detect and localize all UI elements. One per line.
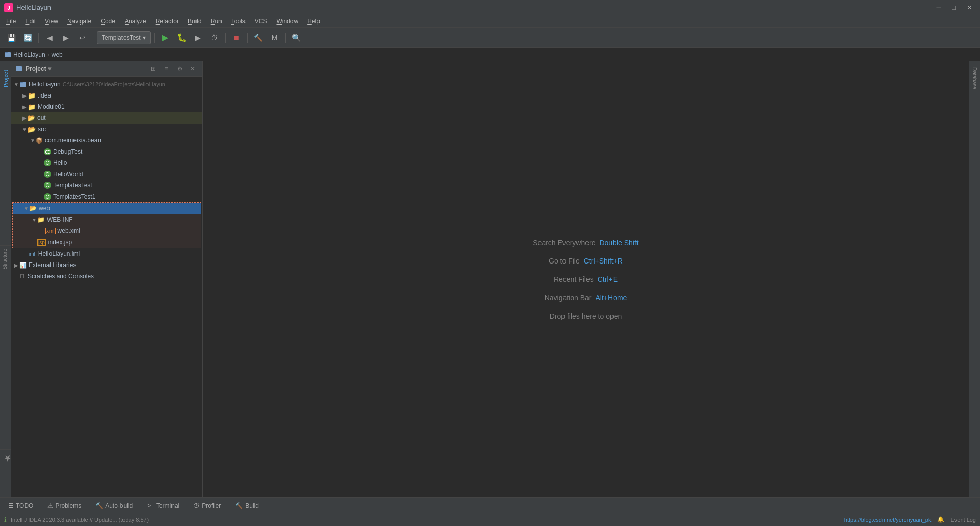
event-log-label[interactable]: Event Log: [950, 517, 976, 523]
panel-btn-close[interactable]: ✕: [188, 64, 198, 74]
bottom-tab-autobuild[interactable]: 🔨 Auto-build: [91, 501, 137, 510]
menu-analyze[interactable]: Analyze: [120, 17, 151, 26]
tree-idea[interactable]: ▶ 📁 .idea: [11, 90, 202, 101]
tree-debugtest[interactable]: ▶ C DebugTest: [11, 146, 202, 157]
bottom-tab-problems[interactable]: ⚠ Problems: [43, 501, 85, 510]
tree-src[interactable]: ▼ 📂 src: [11, 124, 202, 135]
title-text: HelloLiayun: [16, 4, 51, 11]
tree-idea-label: .idea: [38, 92, 51, 99]
toolbar-stop[interactable]: ⏹: [229, 31, 243, 45]
toolbar-run-with-coverage[interactable]: ▶: [191, 31, 205, 45]
status-link[interactable]: https://blog.csdn.net/yerenyuan_pk: [844, 517, 932, 523]
tree-out-label: out: [37, 114, 46, 122]
right-tab-database[interactable]: Database: [970, 63, 979, 93]
toolbar-profile[interactable]: ⏱: [207, 31, 222, 45]
toolbar-build[interactable]: 🔨: [251, 31, 265, 45]
breadcrumb-folder[interactable]: web: [52, 51, 63, 58]
toolbar-undo[interactable]: ↩: [75, 31, 89, 45]
tree-indexjsp[interactable]: ▶ jsp index.jsp: [13, 236, 201, 248]
panel-btn-layout[interactable]: ⊞: [148, 64, 158, 74]
menu-tools[interactable]: Tools: [227, 17, 250, 26]
tree-webxml[interactable]: ▶ xml web.xml: [13, 225, 201, 236]
tree-out[interactable]: ▶ 📂 out: [11, 112, 202, 124]
bottom-tab-todo[interactable]: ☰ TODO: [4, 501, 37, 510]
tree-webinf[interactable]: ▼ 📁 WEB-INF: [13, 214, 201, 225]
left-side-tabs: Project: [0, 61, 11, 497]
toolbar: 💾 🔄 ◀ ▶ ↩ TemplatesTest ▾ ▶ 🐛 ▶ ⏱ ⏹ 🔨 M …: [0, 28, 980, 48]
tree-extlib[interactable]: ▶ 📊 External Libraries: [11, 259, 202, 271]
toolbar-config-name: TemplatesTest: [102, 34, 141, 41]
status-bar: ℹ IntelliJ IDEA 2020.3.3 available // Up…: [0, 513, 980, 526]
toolbar-sep2: [93, 33, 93, 43]
tree-iml[interactable]: ▶ iml HelloLiayun.iml: [11, 248, 202, 259]
menu-help[interactable]: Help: [303, 17, 324, 26]
toolbar-back[interactable]: ◀: [42, 31, 57, 45]
toolbar-sep4: [225, 33, 226, 43]
file-tree: ▼ HelloLiayun C:\Users\32120\IdeaProject…: [11, 77, 202, 497]
status-right: https://blog.csdn.net/yerenyuan_pk 🔔 Eve…: [844, 516, 976, 523]
tree-webinf-label: WEB-INF: [47, 216, 73, 223]
tree-helloworld[interactable]: ▶ C HelloWorld: [11, 169, 202, 180]
tree-templatestest1[interactable]: ▶ C TemplatesTest1: [11, 191, 202, 202]
menu-view[interactable]: View: [41, 17, 62, 26]
panel-btn-settings[interactable]: ⚙: [175, 64, 185, 74]
bottom-tab-terminal[interactable]: >_ Terminal: [143, 501, 183, 510]
tree-extlib-label: External Libraries: [29, 261, 76, 269]
tree-helloworld-label: HelloWorld: [53, 171, 83, 178]
project-tab-btn[interactable]: Project: [1, 63, 10, 94]
toolbar-save-all[interactable]: 💾: [4, 31, 18, 45]
minimize-button[interactable]: ─: [932, 3, 945, 13]
menu-edit[interactable]: Edit: [21, 17, 40, 26]
svg-rect-3: [5, 52, 8, 53]
tree-web-label: web: [39, 205, 50, 212]
app-icon: J: [4, 3, 13, 12]
toolbar-maven[interactable]: M: [267, 31, 282, 45]
maximize-button[interactable]: □: [947, 3, 961, 13]
favorites-side-panel: ★: [0, 449, 11, 467]
problems-icon: ⚠: [47, 502, 53, 509]
tree-root[interactable]: ▼ HelloLiayun C:\Users\32120\IdeaProject…: [11, 79, 202, 90]
todo-label: TODO: [16, 502, 33, 509]
toolbar-synchronize[interactable]: 🔄: [20, 31, 35, 45]
menu-run[interactable]: Run: [207, 17, 226, 26]
menu-bar: File Edit View Navigate Code Analyze Ref…: [0, 15, 980, 28]
svg-text:J: J: [7, 5, 10, 11]
menu-navigate[interactable]: Navigate: [63, 17, 95, 26]
todo-icon: ☰: [8, 502, 14, 509]
toolbar-run[interactable]: ▶: [158, 31, 173, 45]
bottom-tab-build[interactable]: 🔨 Build: [231, 501, 263, 510]
root-path: C:\Users\32120\IdeaProjects\HelloLiayun: [63, 81, 165, 87]
terminal-label: Terminal: [156, 502, 179, 509]
menu-file[interactable]: File: [2, 17, 20, 26]
structure-side-panel: Structure: [0, 245, 11, 273]
svg-rect-4: [16, 66, 22, 71]
panel-btn-collapse[interactable]: ≡: [161, 64, 172, 74]
structure-tab[interactable]: Structure: [0, 246, 10, 273]
breadcrumb-project[interactable]: HelloLiayun: [13, 51, 45, 58]
hint-navigation-bar: Navigation Bar Alt+Home: [545, 294, 627, 302]
tree-scratches[interactable]: ▶ 🗒 Scratches and Consoles: [11, 271, 202, 282]
close-button[interactable]: ✕: [963, 3, 976, 13]
tree-module01[interactable]: ▶ 📁 Module01: [11, 101, 202, 112]
tree-com[interactable]: ▼ 📦 com.meimeixia.bean: [11, 135, 202, 146]
project-panel-header: Project ▾ ⊞ ≡ ⚙ ✕: [11, 61, 202, 77]
tree-templatestest[interactable]: ▶ C TemplatesTest: [11, 180, 202, 191]
toolbar-config-dropdown[interactable]: TemplatesTest ▾: [97, 31, 151, 44]
title-bar: J HelloLiayun ─ □ ✕: [0, 0, 980, 15]
menu-refactor[interactable]: Refactor: [152, 17, 183, 26]
toolbar-search[interactable]: 🔍: [289, 31, 304, 45]
build-icon: 🔨: [235, 502, 243, 509]
menu-build[interactable]: Build: [184, 17, 206, 26]
tree-web[interactable]: ▼ 📂 web: [13, 203, 201, 214]
toolbar-debug[interactable]: 🐛: [175, 31, 189, 45]
menu-vcs[interactable]: VCS: [251, 17, 272, 26]
web-selection-box: ▼ 📂 web ▼ 📁 WEB-INF ▶ xml web.xml: [12, 202, 201, 248]
bottom-tab-profiler[interactable]: ⏱ Profiler: [189, 501, 225, 510]
update-icon: ℹ: [4, 516, 7, 523]
editor-area: Search Everywhere Double Shift Go to Fil…: [203, 61, 969, 497]
tree-hello[interactable]: ▶ C Hello: [11, 157, 202, 169]
tree-webxml-label: web.xml: [58, 227, 80, 234]
menu-window[interactable]: Window: [272, 17, 302, 26]
menu-code[interactable]: Code: [96, 17, 119, 26]
toolbar-forward[interactable]: ▶: [59, 31, 73, 45]
